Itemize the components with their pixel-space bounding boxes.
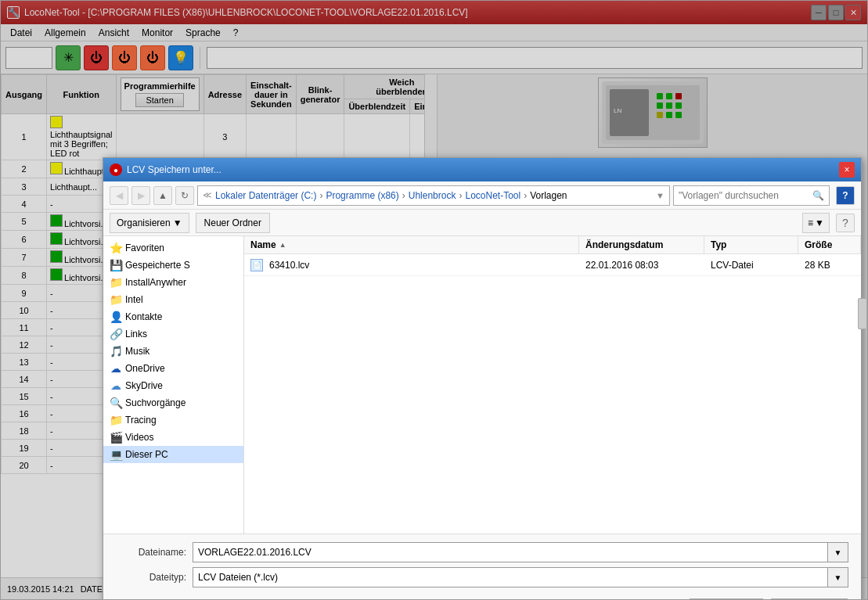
back-button[interactable]: ◀ (110, 186, 128, 205)
breadcrumb-uhlenbrock[interactable]: Uhlenbrock (409, 190, 456, 201)
sidebar-label-skydrive: SkyDrive (125, 380, 163, 391)
new-folder-button[interactable]: Neuer Ordner (196, 213, 270, 233)
file-date-cell: 22.01.2016 08:03 (579, 254, 704, 275)
sidebar-item-videos[interactable]: 🎬 Videos (103, 429, 243, 446)
forward-button[interactable]: ▶ (131, 186, 150, 205)
music-icon: 🎵 (110, 345, 122, 357)
col-type-label: Typ (711, 239, 726, 250)
file-list: 📄 63410.lcv 22.01.2016 08:03 LCV-Datei 2… (244, 254, 861, 534)
refresh-button[interactable]: ↻ (175, 186, 194, 205)
pc-icon-dieser-pc: 💻 (110, 448, 122, 461)
sidebar-item-installanywhere[interactable]: 📁 InstallAnywher (103, 274, 243, 291)
col-date-label: Änderungsdatum (585, 239, 663, 250)
sort-arrow-name: ▲ (279, 241, 286, 249)
filename-wrapper: ▼ (193, 542, 848, 562)
dialog-bottom: Dateiname: ▼ Dateityp: ▼ ▲ Ordner aus (103, 534, 861, 600)
file-size: 28 KB (805, 260, 830, 271)
sidebar-label-videos: Videos (125, 432, 153, 443)
sidebar-label-onedrive: OneDrive (125, 363, 165, 374)
sidebar-label-favoriten: Favoriten (125, 243, 164, 253)
folder-icon-installanywhere: 📁 (110, 276, 122, 289)
file-name: 63410.lcv (269, 260, 309, 271)
file-list-header: Name ▲ Änderungsdatum Typ Größe (244, 236, 861, 254)
filetype-label: Dateityp: (116, 572, 186, 583)
file-date: 22.01.2016 08:03 (585, 260, 658, 271)
sidebar-label-kontakte: Kontakte (125, 311, 162, 322)
filename-label: Dateiname: (116, 547, 186, 558)
file-name-cell: 📄 63410.lcv (244, 254, 579, 275)
breadcrumb-loconet[interactable]: LocoNet-Tool (465, 190, 520, 201)
filename-input[interactable] (193, 542, 828, 562)
dialog-content: ⭐ Favoriten 💾 Gespeicherte S 📁 InstallAn… (103, 236, 861, 534)
view-button[interactable]: ≡ ▼ (802, 213, 830, 233)
dialog-close-button[interactable]: × (839, 162, 855, 178)
breadcrumb-bar: ≪ Lokaler Datenträger (C:) › Programme (… (197, 185, 670, 206)
dialog-icon: ● (110, 163, 122, 176)
breadcrumb-c-drive[interactable]: Lokaler Datenträger (C:) (215, 190, 316, 201)
sidebar-item-dieser-pc[interactable]: 💻 Dieser PC (103, 446, 243, 463)
sidebar-label-musik: Musik (125, 346, 149, 357)
col-header-type[interactable]: Typ (704, 236, 798, 253)
video-icon-videos: 🎬 (110, 431, 122, 444)
view-icon: ≡ (808, 217, 813, 228)
filename-dropdown[interactable]: ▼ (828, 542, 848, 562)
dialog-nav-toolbar: ◀ ▶ ▲ ↻ ≪ Lokaler Datenträger (C:) › Pro… (103, 181, 861, 210)
sidebar-label-links: Links (125, 329, 147, 340)
sidebar-label-gespeicherte: Gespeicherte S (125, 260, 190, 271)
col-size-label: Größe (805, 239, 832, 250)
search-input[interactable] (679, 190, 809, 201)
new-folder-label: Neuer Ordner (204, 217, 261, 228)
filetype-input[interactable] (193, 567, 828, 587)
folder-icon-intel: 📁 (110, 293, 122, 306)
properties-button[interactable]: ? (836, 214, 855, 232)
search-bar: 🔍 (673, 185, 830, 206)
sidebar-label-intel: Intel (125, 294, 143, 305)
breadcrumb-prefix: ≪ (203, 190, 212, 200)
sidebar-item-intel[interactable]: 📁 Intel (103, 291, 243, 308)
filetype-wrapper: ▼ (193, 567, 848, 587)
file-list-area: Name ▲ Änderungsdatum Typ Größe (244, 236, 861, 534)
sidebar-label-installanywhere: InstallAnywher (125, 277, 186, 288)
saved-icon: 💾 (110, 259, 122, 271)
dialog-title-left: ● LCV Speichern unter... (110, 163, 222, 176)
file-type-cell: LCV-Datei (704, 254, 798, 275)
col-header-size[interactable]: Größe (798, 236, 861, 253)
help-button[interactable]: ? (836, 186, 855, 205)
organize-dropdown-icon: ▼ (173, 217, 182, 228)
breadcrumb-programme[interactable]: Programme (x86) (326, 190, 398, 201)
filetype-row: Dateityp: ▼ (116, 567, 848, 587)
dialog-overlay: ● LCV Speichern unter... × ◀ ▶ ▲ ↻ ≪ Lok… (1, 1, 867, 599)
search-icon: 🔍 (812, 190, 824, 201)
search-icon-suchvorgaenge: 🔍 (110, 397, 122, 409)
sidebar-label-dieser-pc: Dieser PC (125, 449, 168, 460)
sidebar-item-suchvorgaenge[interactable]: 🔍 Suchvorgänge (103, 394, 243, 411)
sidebar-item-links[interactable]: 🔗 Links (103, 325, 243, 343)
file-size-cell: 28 KB (798, 254, 861, 275)
cloud-icon-onedrive: ☁ (110, 362, 122, 375)
main-window: 🔧 LocoNet-Tool - [C:\PROGRAM FILES (X86)… (0, 0, 868, 600)
breadcrumb-vorlagen: Vorlagen (530, 190, 567, 201)
sidebar-item-skydrive[interactable]: ☁ SkyDrive (103, 377, 243, 394)
filename-row: Dateiname: ▼ (116, 542, 848, 562)
sidebar-item-musik[interactable]: 🎵 Musik (103, 343, 243, 360)
sidebar-item-onedrive[interactable]: ☁ OneDrive (103, 360, 243, 377)
sidebar-item-gespeicherte[interactable]: 💾 Gespeicherte S (103, 257, 243, 274)
col-header-name[interactable]: Name ▲ (244, 236, 579, 253)
col-header-date[interactable]: Änderungsdatum (579, 236, 704, 253)
star-icon: ⭐ (110, 242, 122, 254)
list-item[interactable]: 📄 63410.lcv 22.01.2016 08:03 LCV-Datei 2… (244, 254, 861, 276)
file-type: LCV-Datei (711, 260, 754, 271)
organize-button[interactable]: Organisieren ▼ (110, 213, 189, 233)
col-name-label: Name (250, 239, 276, 250)
dialog-actions: ▲ Ordner ausblenden Speichern Abbrechen (116, 592, 848, 600)
up-button[interactable]: ▲ (153, 186, 172, 205)
breadcrumb-dropdown-arrow[interactable]: ▼ (656, 191, 665, 200)
sidebar-item-kontakte[interactable]: 👤 Kontakte (103, 308, 243, 325)
links-icon: 🔗 (110, 328, 122, 340)
filetype-dropdown[interactable]: ▼ (828, 567, 848, 587)
sidebar-item-favoriten[interactable]: ⭐ Favoriten (103, 239, 243, 257)
dialog-title: LCV Speichern unter... (127, 164, 222, 175)
file-icon: 📄 (250, 259, 263, 271)
folder-icon-tracing: 📁 (110, 414, 122, 426)
sidebar-item-tracing[interactable]: 📁 Tracing (103, 411, 243, 429)
